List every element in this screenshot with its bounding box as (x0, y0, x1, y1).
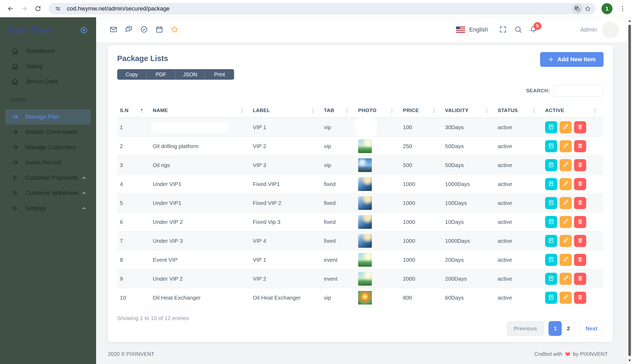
calendar-icon[interactable] (155, 26, 164, 34)
add-new-item-button[interactable]: Add New Item (540, 52, 604, 67)
arrow-right-icon (11, 128, 19, 136)
sidebar-item-manage-plan[interactable]: Manage Plan (5, 109, 91, 124)
language-selector[interactable]: English (454, 26, 490, 33)
delete-button[interactable] (574, 197, 586, 209)
page-2-button[interactable]: 2 (562, 321, 575, 336)
details-button[interactable] (545, 178, 557, 190)
mail-icon[interactable] (109, 26, 118, 34)
sidebar-item-settings[interactable]: Settings (5, 201, 91, 216)
export-pdf-button[interactable]: PDF (146, 69, 176, 80)
arrow-right-icon (11, 159, 19, 166)
sort-desc-icon: ▼ (391, 111, 393, 113)
favorite-star-icon[interactable] (170, 26, 179, 34)
browser-profile-avatar[interactable]: 1 (601, 3, 613, 14)
search-input[interactable] (554, 85, 604, 97)
column-header-label[interactable]: LABEL▲▼ (250, 108, 321, 113)
details-button[interactable] (545, 254, 557, 266)
details-button[interactable] (545, 159, 557, 171)
cell-status: active (495, 257, 542, 263)
edit-button[interactable] (560, 254, 572, 266)
scroll-up-arrow-icon[interactable] (628, 20, 631, 22)
sort-carets-icon: ▲▼ (594, 108, 597, 113)
details-button[interactable] (545, 235, 557, 247)
edit-button[interactable] (560, 292, 572, 304)
search-icon[interactable] (514, 26, 522, 34)
reload-button[interactable] (32, 3, 44, 14)
column-header-name[interactable]: NAME▲▼ (150, 108, 250, 113)
column-header-validity[interactable]: VALIDITY▲▼ (442, 108, 495, 113)
edit-button[interactable] (560, 235, 572, 247)
details-button[interactable] (545, 140, 557, 152)
page-1-button[interactable]: 1 (549, 321, 562, 336)
edit-button[interactable] (560, 140, 572, 152)
user-menu[interactable]: Admin (579, 21, 620, 38)
scroll-down-arrow-icon[interactable] (628, 360, 631, 362)
details-button[interactable] (545, 292, 557, 304)
forward-button[interactable] (18, 3, 30, 14)
row-actions (542, 159, 604, 171)
column-header-active[interactable]: ACTIVE▲▼ (542, 108, 604, 113)
package-photo (358, 234, 372, 248)
sidebar-item-manage-customers[interactable]: Manage Customers (5, 140, 91, 155)
edit-button[interactable] (560, 159, 572, 171)
sort-asc-icon: ▲ (533, 108, 536, 110)
sidebar-toggle-icon[interactable] (79, 26, 88, 35)
edit-button[interactable] (560, 216, 572, 228)
sidebar-item-rebate-commission[interactable]: Rebate Commission (5, 124, 91, 140)
delete-button[interactable] (574, 121, 586, 133)
site-info-icon[interactable] (53, 3, 63, 14)
column-header-s-n[interactable]: S.N▲▼ (117, 108, 150, 113)
details-button[interactable] (545, 216, 557, 228)
sidebar-item-customer-withdraws[interactable]: Customer Withdraws (5, 185, 91, 201)
bookmark-star-icon[interactable] (582, 3, 593, 14)
browser-menu-button[interactable] (617, 3, 628, 14)
export-print-button[interactable]: Print (205, 69, 234, 80)
scrollbar-thumb[interactable] (628, 25, 631, 356)
cell-name: Under VIP 3 (150, 238, 250, 244)
sidebar-item-customer-payments[interactable]: Customer Payments (5, 170, 91, 185)
translate-icon[interactable]: G (572, 3, 582, 14)
delete-button[interactable] (574, 178, 586, 190)
details-button[interactable] (545, 197, 557, 209)
cell-tab: vip (321, 162, 355, 168)
next-page-button[interactable]: Next (579, 321, 604, 336)
sort-asc-icon: ▲ (433, 108, 436, 110)
cell-status: active (495, 200, 542, 206)
details-button[interactable] (545, 273, 557, 285)
details-button[interactable] (545, 121, 557, 133)
check-circle-icon[interactable] (140, 26, 148, 34)
sidebar-item-salary[interactable]: Salary (0, 59, 96, 74)
export-json-button[interactable]: JSON (176, 69, 205, 80)
edit-button[interactable] (560, 178, 572, 190)
previous-page-button[interactable]: Previous (507, 321, 544, 336)
delete-button[interactable] (574, 159, 586, 171)
column-header-photo[interactable]: PHOTO▲▼ (355, 108, 400, 113)
delete-button[interactable] (574, 292, 586, 304)
delete-button[interactable] (574, 140, 586, 152)
edit-button[interactable] (560, 121, 572, 133)
home-icon (11, 78, 19, 85)
column-header-tab[interactable]: TAB▲▼ (321, 108, 355, 113)
cell-name (150, 122, 250, 133)
user-avatar (602, 21, 619, 38)
sort-carets-icon: ▲▼ (485, 108, 488, 113)
sidebar-item-invest-record[interactable]: Invest Record (5, 155, 91, 170)
delete-button[interactable] (574, 216, 586, 228)
column-header-status[interactable]: STATUS▲▼ (495, 108, 542, 113)
delete-button[interactable] (574, 273, 586, 285)
sidebar-item-bonus-code[interactable]: Bonus Code (0, 74, 96, 89)
column-header-price[interactable]: PRICE▲▼ (400, 108, 442, 113)
edit-button[interactable] (560, 197, 572, 209)
address-bar[interactable]: cod.hwymw.net/admin/secured/package G (48, 3, 596, 14)
app-logo: free free (7, 24, 52, 37)
export-copy-button[interactable]: Copy (117, 69, 146, 80)
delete-button[interactable] (574, 235, 586, 247)
sort-carets-icon: ▲▼ (312, 108, 314, 113)
back-button[interactable] (5, 3, 16, 14)
delete-button[interactable] (574, 254, 586, 266)
edit-button[interactable] (560, 273, 572, 285)
chat-icon[interactable] (125, 26, 133, 34)
fullscreen-icon[interactable] (499, 26, 507, 34)
sidebar-item-dashboard[interactable]: Dashboard (0, 43, 96, 59)
browser-scrollbar[interactable] (627, 17, 632, 364)
